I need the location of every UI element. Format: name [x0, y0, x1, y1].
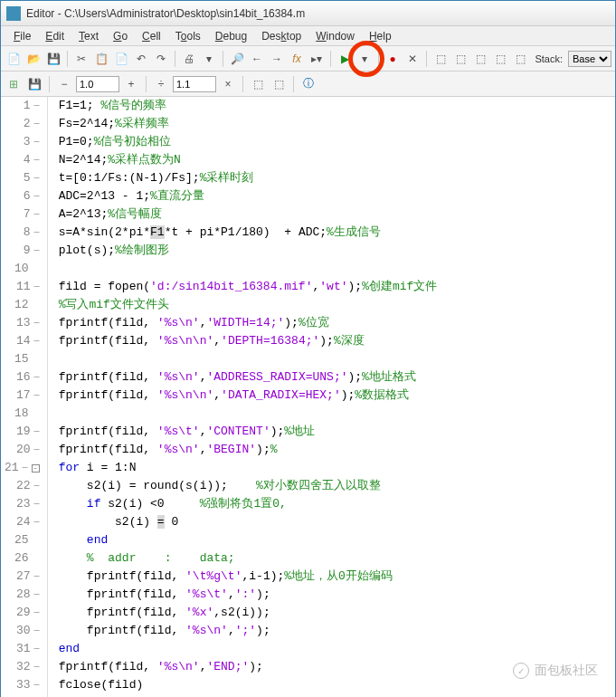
cut-icon[interactable]: ✂	[72, 50, 90, 68]
continue-icon[interactable]: ⬚	[491, 50, 509, 68]
code-line[interactable]: fprintf(fild, '%s\n',';');	[59, 622, 615, 640]
toolbar-cell: ⊞ 💾 − + ÷ × ⬚ ⬚ ⓘ	[1, 72, 615, 97]
menu-tools[interactable]: Tools	[168, 28, 208, 44]
line-number: 10	[5, 260, 40, 278]
code-line[interactable]: fild = fopen('d:/sin14bit_16384.mif','wt…	[59, 278, 615, 296]
code-line[interactable]: end	[59, 640, 615, 658]
menu-cell[interactable]: Cell	[135, 28, 168, 44]
code-line[interactable]: fclose(fild)	[59, 676, 615, 694]
code-line[interactable]: fprintf(fild, '%s\t',':');	[59, 586, 615, 604]
code-line[interactable]: %写入mif文件文件头	[59, 296, 615, 314]
line-number: 12	[5, 296, 40, 314]
line-number: 15	[5, 350, 40, 368]
cell-plus-icon[interactable]: ⊞	[5, 75, 23, 93]
plus-icon[interactable]: +	[122, 75, 140, 93]
code-line[interactable]	[59, 405, 615, 423]
code-line[interactable]: A=2^13;%信号幅度	[59, 205, 615, 224]
wechat-icon: ✓	[513, 663, 529, 679]
code-area[interactable]: F1=1; %信号的频率Fs=2^14;%采样频率P1=0;%信号初始相位N=2…	[48, 97, 615, 697]
code-line[interactable]: fprintf(fild, '\t%g\t',i-1);%地址，从0开始编码	[59, 568, 615, 586]
line-number: 4—	[5, 151, 40, 169]
code-line[interactable]: fprintf(fild, '%s\t','CONTENT');%地址	[59, 423, 615, 441]
menu-window[interactable]: Window	[308, 28, 362, 44]
stack-label: Stack:	[535, 53, 566, 64]
line-number: 26	[5, 549, 40, 568]
code-line[interactable]: fprintf(fild, '%s\n','BEGIN');%	[59, 441, 615, 459]
code-line[interactable]: if s2(i) <0 %强制将负1置0,	[59, 495, 615, 513]
eval-advance-icon[interactable]: ⬚	[270, 75, 288, 93]
minus-icon[interactable]: −	[55, 75, 73, 93]
code-line[interactable]: fprintf(fild, '%x',s2(i));	[59, 604, 615, 622]
line-number: 25	[5, 531, 40, 549]
menu-desktop[interactable]: Desktop	[254, 28, 308, 44]
menu-help[interactable]: Help	[362, 28, 399, 44]
open-icon[interactable]: 📂	[24, 50, 43, 68]
stop-icon[interactable]: ⬚	[511, 50, 529, 68]
cell-save-icon[interactable]: 💾	[25, 75, 43, 93]
code-line[interactable]: fprintf(fild, '%s\n','ADDRESS_RADIX=UNS;…	[59, 368, 615, 387]
times-icon[interactable]: ×	[219, 75, 237, 93]
step-icon[interactable]: ⬚	[431, 50, 450, 68]
stack-select[interactable]: Base	[568, 51, 611, 67]
step-out-icon[interactable]: ⬚	[471, 50, 489, 68]
run-dropdown-icon[interactable]: ▾	[355, 50, 374, 68]
code-line[interactable]: t=[0:1/Fs:(N-1)/Fs];%采样时刻	[59, 169, 615, 187]
code-line[interactable]: end	[59, 531, 615, 549]
menu-text[interactable]: Text	[71, 28, 106, 44]
code-line[interactable]: fprintf(fild, '%s\n\n','DATA_RADIX=HEX;'…	[59, 387, 615, 405]
forward-icon[interactable]: →	[268, 50, 286, 68]
code-line[interactable]: plot(s);%绘制图形	[59, 242, 615, 260]
menu-edit[interactable]: Edit	[38, 28, 71, 44]
line-number: 3—	[5, 133, 40, 151]
code-line[interactable]: s=A*sin(2*pi*F1*t + pi*P1/180) + ADC;%生成…	[59, 224, 615, 242]
code-line[interactable]: ADC=2^13 - 1;%直流分量	[59, 187, 615, 205]
line-number: 5—	[5, 169, 40, 187]
code-line[interactable]	[59, 260, 615, 278]
paste-icon[interactable]: 📄	[112, 50, 130, 68]
print-icon[interactable]: 🖨	[180, 50, 198, 68]
menu-go[interactable]: Go	[106, 28, 135, 44]
code-line[interactable]: s2(i) = round(s(i)); %对小数四舍五入以取整	[59, 477, 615, 495]
code-line[interactable]: fprintf(fild, '%s\n','WIDTH=14;');%位宽	[59, 314, 615, 332]
code-line[interactable]	[59, 350, 615, 368]
redo-icon[interactable]: ↷	[152, 50, 170, 68]
code-line[interactable]: Fs=2^14;%采样频率	[59, 115, 615, 133]
line-number: 8—	[5, 224, 40, 242]
line-number: 23—	[5, 495, 40, 513]
line-number: 21—-	[5, 459, 40, 477]
new-file-icon[interactable]: 📄	[5, 50, 23, 68]
gutter: 1—2—3—4—5—6—7—8—9—1011—1213—14—1516—17—1…	[1, 97, 48, 697]
code-line[interactable]: for i = 1:N	[59, 459, 615, 477]
code-line[interactable]: fprintf(fild, '%s\n\n','DEPTH=16384;');%…	[59, 332, 615, 350]
code-line[interactable]: P1=0;%信号初始相位	[59, 133, 615, 151]
fx-icon[interactable]: fx	[288, 50, 306, 68]
factor1-input[interactable]	[76, 76, 119, 92]
nav-dropdown-icon[interactable]: ▸▾	[308, 50, 326, 68]
line-number: 32—	[5, 658, 40, 676]
editor[interactable]: 1—2—3—4—5—6—7—8—9—1011—1213—14—1516—17—1…	[1, 97, 615, 697]
divide-icon[interactable]: ÷	[152, 75, 170, 93]
menu-file[interactable]: File	[6, 28, 38, 44]
info-icon[interactable]: ⓘ	[299, 75, 317, 93]
undo-icon[interactable]: ↶	[132, 50, 150, 68]
save-icon[interactable]: 💾	[44, 50, 62, 68]
code-line[interactable]: s2(i) = 0	[59, 513, 615, 531]
find-icon[interactable]: 🔎	[228, 50, 246, 68]
run-icon[interactable]: ▶	[336, 50, 354, 68]
eval-cell-icon[interactable]: ⬚	[249, 75, 267, 93]
line-number: 31—	[5, 640, 40, 658]
code-line[interactable]: % addr : data;	[59, 549, 615, 568]
clear-bp-icon[interactable]: ✕	[403, 50, 422, 68]
line-number: 7—	[5, 205, 40, 224]
factor2-input[interactable]	[173, 76, 216, 92]
menu-debug[interactable]: Debug	[208, 28, 254, 44]
breakpoint-icon[interactable]: ●	[384, 50, 402, 68]
code-line[interactable]: N=2^14;%采样点数为N	[59, 151, 615, 169]
watermark-text: 面包板社区	[535, 663, 598, 679]
line-number: 27—	[5, 568, 40, 586]
code-line[interactable]: F1=1; %信号的频率	[59, 97, 615, 115]
copy-icon[interactable]: 📋	[92, 50, 110, 68]
dropdown-icon[interactable]: ▾	[200, 50, 218, 68]
step-in-icon[interactable]: ⬚	[451, 50, 469, 68]
back-icon[interactable]: ←	[248, 50, 266, 68]
